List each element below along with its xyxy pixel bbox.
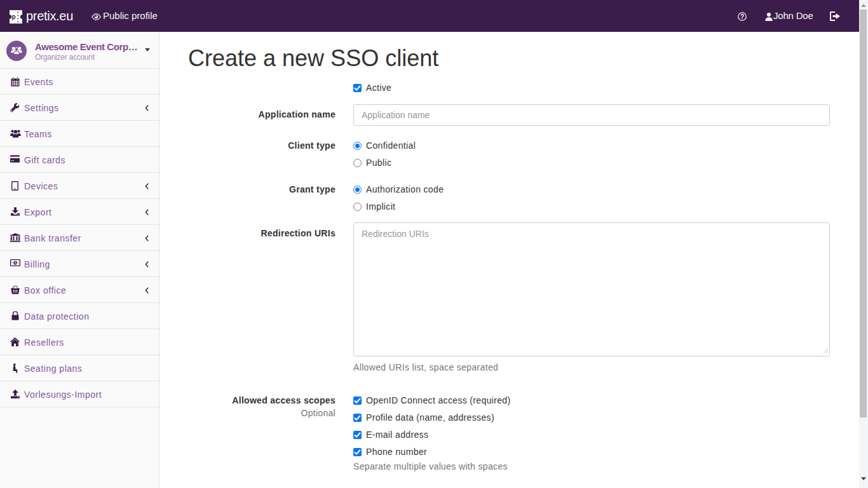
svg-text:1: 1 — [14, 261, 16, 264]
svg-text:?: ? — [740, 13, 744, 20]
svg-text:p: p — [12, 13, 16, 20]
